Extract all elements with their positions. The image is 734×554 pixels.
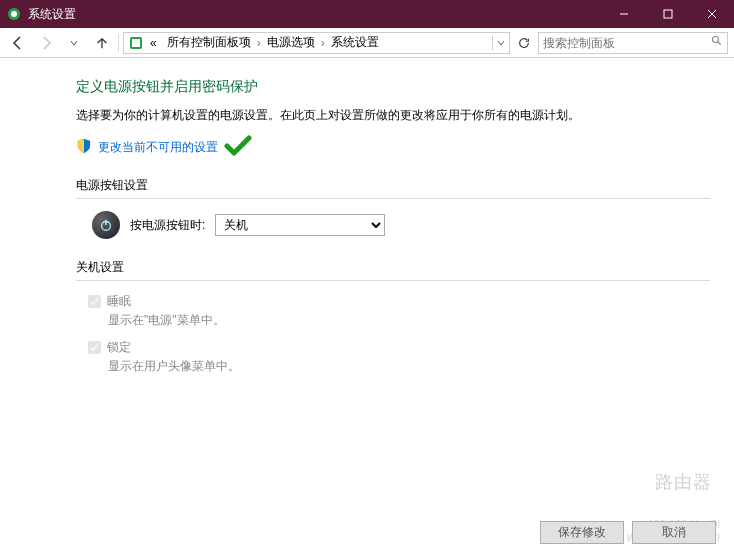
forward-button[interactable] (34, 31, 58, 55)
cancel-button[interactable]: 取消 (632, 521, 716, 544)
window-title: 系统设置 (28, 6, 76, 23)
up-button[interactable] (90, 31, 114, 55)
lock-label: 锁定 (107, 339, 131, 356)
refresh-button[interactable] (514, 33, 534, 53)
svg-point-8 (713, 37, 719, 43)
page-description: 选择要为你的计算机设置的电源设置。在此页上对设置所做的更改将应用于你所有的电源计… (76, 106, 710, 124)
minimize-button[interactable] (602, 0, 646, 28)
power-icon (92, 211, 120, 239)
shield-icon (76, 138, 92, 157)
divider (76, 198, 710, 199)
page-title: 定义电源按钮并启用密码保护 (76, 78, 710, 96)
address-dropdown[interactable] (497, 36, 505, 50)
sleep-description: 显示在"电源"菜单中。 (108, 312, 710, 329)
app-icon (6, 6, 22, 22)
back-button[interactable] (6, 31, 30, 55)
close-button[interactable] (690, 0, 734, 28)
content-area: 定义电源按钮并启用密码保护 选择要为你的计算机设置的电源设置。在此页上对设置所做… (0, 58, 734, 375)
search-input[interactable] (543, 36, 711, 50)
search-box[interactable] (538, 32, 728, 54)
maximize-button[interactable] (646, 0, 690, 28)
history-dropdown[interactable] (62, 31, 86, 55)
lock-checkbox (88, 341, 101, 354)
lock-description: 显示在用户头像菜单中。 (108, 358, 710, 375)
chevron-right-icon: › (257, 36, 261, 50)
power-button-select[interactable]: 关机 (215, 214, 385, 236)
window-titlebar: 系统设置 (0, 0, 734, 28)
address-bar[interactable]: « 所有控制面板项 › 电源选项 › 系统设置 (123, 32, 510, 54)
toolbar: « 所有控制面板项 › 电源选项 › 系统设置 (0, 28, 734, 58)
save-button[interactable]: 保存修改 (540, 521, 624, 544)
section-power-button-title: 电源按钮设置 (76, 177, 710, 194)
separator (118, 34, 119, 52)
chevron-right-icon: › (321, 36, 325, 50)
checkmark-icon (224, 134, 252, 161)
sleep-checkbox (88, 295, 101, 308)
breadcrumb-all-items[interactable]: 所有控制面板项 (163, 34, 255, 51)
section-shutdown-title: 关机设置 (76, 259, 710, 276)
svg-line-9 (718, 42, 721, 45)
control-panel-icon (128, 35, 144, 51)
breadcrumb-power-options[interactable]: 电源选项 (263, 34, 319, 51)
divider (76, 280, 710, 281)
sleep-label: 睡眠 (107, 293, 131, 310)
svg-rect-7 (132, 39, 140, 47)
breadcrumb-system-settings[interactable]: 系统设置 (327, 34, 383, 51)
svg-point-1 (11, 11, 17, 17)
breadcrumb-prefix: « (146, 36, 161, 50)
svg-rect-3 (664, 10, 672, 18)
search-icon (711, 35, 723, 50)
bottom-button-bar: 保存修改 取消 (540, 521, 716, 544)
power-button-label: 按电源按钮时: (130, 217, 205, 234)
watermark-text: 路由器 (655, 470, 712, 494)
change-unavailable-settings-link[interactable]: 更改当前不可用的设置 (98, 139, 218, 156)
